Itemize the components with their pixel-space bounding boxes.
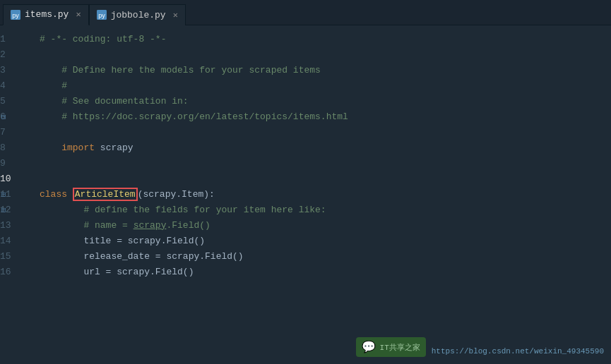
tab-items-icon: py (11, 10, 20, 20)
code-line-5: # See documentation in: (40, 93, 611, 109)
fold-arrow-11[interactable]: ⊟ (1, 190, 6, 199)
code-comment-4: # (40, 80, 67, 91)
wechat-icon: 💬 (362, 340, 376, 354)
line-num-14: 14 (0, 233, 34, 248)
line-num-4: 4 (0, 78, 34, 93)
code-line-7 (40, 124, 611, 140)
code-comment-1: # -*- coding: utf-8 -*- (40, 34, 166, 44)
line-num-6: ⊟ 6 (0, 109, 34, 124)
code-line-15: release_date = scrapy.Field() (40, 248, 611, 264)
line-num-16: 16 (0, 264, 34, 279)
code-keyword-import: import (61, 142, 95, 153)
code-line-12: # define the fields for your item here l… (40, 202, 611, 217)
code-comment-12: # define the fields for your item here l… (40, 205, 326, 215)
code-line-1: # -*- coding: utf-8 -*- (40, 31, 611, 47)
code-field-title: title = scrapy.Field() (40, 236, 205, 246)
code-line-3: # Define here the models for your scrape… (40, 62, 611, 78)
code-indent-8 (40, 142, 61, 153)
line-num-9: 9 (0, 155, 34, 171)
line-num-8: 8 (0, 140, 34, 155)
code-line-13: # name = scrapy.Field() (40, 217, 611, 233)
code-classname-articleitem: ArticleItem (73, 188, 138, 201)
line-num-10: 10 (0, 171, 34, 186)
line-num-11: ⊟ 11 (0, 186, 34, 202)
code-keyword-class: class (40, 189, 73, 200)
code-line-6: # https://doc.scrapy.org/en/latest/topic… (40, 109, 611, 124)
line-num-15: 15 (0, 248, 34, 264)
fold-arrow-12[interactable]: ⊟ (1, 205, 6, 214)
code-field-url: url = scrapy.Field() (40, 267, 194, 277)
tab-jobbole-close[interactable]: ✕ (173, 10, 178, 20)
tab-items-label: items.py (25, 9, 69, 20)
editor: 1 2 3 4 5 ⊟ 6 7 8 9 10 ⊟ 11 ⊟ 12 13 14 1… (0, 25, 611, 364)
code-comment-6: # https://doc.scrapy.org/en/latest/topic… (40, 111, 348, 122)
code-line-16: url = scrapy.Field() (40, 264, 611, 279)
code-line-4: # (40, 78, 611, 93)
code-line-10 (40, 171, 611, 186)
code-area[interactable]: # -*- coding: utf-8 -*- # Define here th… (34, 25, 611, 364)
code-line-9 (40, 155, 611, 171)
wechat-label: IT共享之家 (380, 342, 420, 353)
line-num-1: 1 (0, 31, 34, 47)
code-class-args: (scrapy.Item): (138, 189, 215, 200)
line-numbers: 1 2 3 4 5 ⊟ 6 7 8 9 10 ⊟ 11 ⊟ 12 13 14 1… (0, 25, 34, 364)
line-num-13: 13 (0, 217, 34, 233)
line-num-7: 7 (0, 124, 34, 140)
svg-text:py: py (12, 12, 19, 19)
code-line-14: title = scrapy.Field() (40, 233, 611, 248)
line-num-5: 5 (0, 93, 34, 109)
line-num-3: 3 (0, 62, 34, 78)
tab-items[interactable]: py items.py ✕ (3, 4, 89, 25)
fold-arrow-6[interactable]: ⊟ (1, 112, 6, 121)
line-num-2: 2 (0, 47, 34, 62)
tab-jobbole-label: jobbole.py (111, 10, 166, 20)
code-line-2 (40, 47, 611, 62)
watermark: 💬 IT共享之家 https://blog.csdn.net/weixin_49… (356, 337, 604, 357)
line-num-12: ⊟ 12 (0, 202, 34, 217)
tab-jobbole-icon: py (97, 10, 107, 20)
svg-text:py: py (98, 12, 105, 19)
code-comment-13: # name = scrapy.Field() (40, 220, 210, 231)
url-container: https://blog.csdn.net/weixin_49345590 (432, 344, 604, 357)
code-module-scrapy: scrapy (95, 142, 134, 153)
code-field-release-date: release_date = scrapy.Field() (40, 251, 244, 262)
code-line-11: class ArticleItem (scrapy.Item): (40, 186, 611, 202)
code-line-8: import scrapy (40, 140, 611, 155)
wechat-badge: 💬 IT共享之家 (356, 337, 426, 357)
tab-bar: py items.py ✕ py jobbole.py ✕ (0, 0, 611, 25)
tab-jobbole[interactable]: py jobbole.py ✕ (89, 4, 186, 25)
code-comment-3: # Define here the models for your scrape… (40, 65, 321, 75)
code-comment-5: # See documentation in: (40, 96, 189, 107)
url-text: https://blog.csdn.net/weixin_49345590 (432, 347, 604, 356)
tab-items-close[interactable]: ✕ (76, 9, 81, 20)
